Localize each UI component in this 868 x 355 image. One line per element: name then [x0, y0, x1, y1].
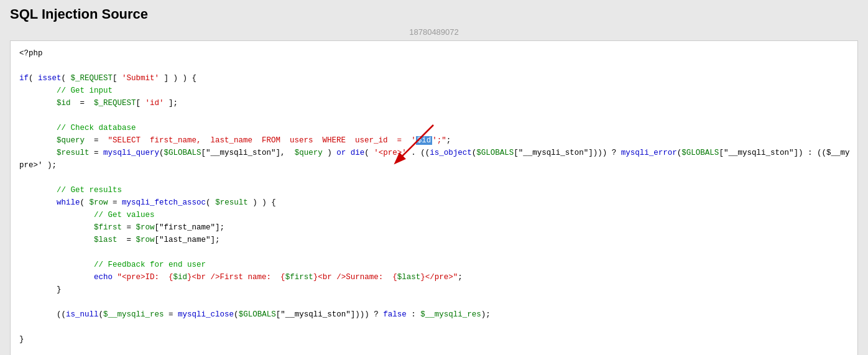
code-line-11 [19, 172, 849, 184]
code-line-25 [19, 346, 849, 355]
code-line-8: $query = "SELECT first_name, last_name F… [19, 134, 849, 147]
code-line-21 [19, 296, 849, 308]
code-line-23 [19, 321, 849, 333]
page-subtitle: 18780489072 [10, 27, 858, 37]
code-line-22: ((is_null($__mysqli_res = mysqli_close($… [19, 308, 849, 321]
code-line-24: } [19, 333, 849, 346]
code-line-14: // Get values [19, 209, 849, 221]
code-container: <?php if( isset( $_REQUEST[ 'Submit' ] )… [10, 40, 858, 355]
code-line-4: // Get input [19, 85, 849, 97]
page-title: SQL Injection Source [10, 6, 858, 22]
code-line-5: $id = $_REQUEST[ 'id' ]; [19, 97, 849, 109]
code-line-13: while( $row = mysqli_fetch_assoc( $resul… [19, 196, 849, 209]
code-line-16: $last = $row["last_name"]; [19, 234, 849, 246]
code-line-17 [19, 246, 849, 259]
code-line-2 [19, 60, 849, 72]
code-line-19: echo "<pre>ID: {$id}<br />First name: {$… [19, 271, 849, 284]
code-line-15: $first = $row["first_name"]; [19, 221, 849, 234]
code-line-10: pre>' ); [19, 159, 849, 172]
code-line-6 [19, 109, 849, 122]
code-line-9: $result = mysqli_query($GLOBALS["__mysql… [19, 147, 849, 159]
page-wrapper: SQL Injection Source 18780489072 <?php i… [0, 0, 868, 355]
code-line-20: } [19, 284, 849, 296]
code-line-7: // Check database [19, 122, 849, 134]
code-line-18: // Feedback for end user [19, 259, 849, 271]
code-line-3: if( isset( $_REQUEST[ 'Submit' ] ) ) { [19, 72, 849, 85]
code-line-1: <?php [19, 47, 849, 60]
code-line-12: // Get results [19, 184, 849, 196]
